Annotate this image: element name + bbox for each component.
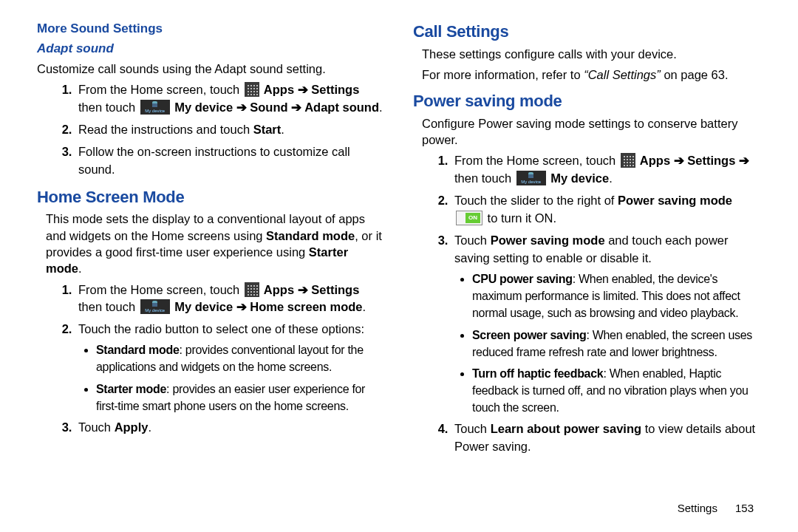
text: . — [148, 420, 151, 434]
text: on page 63. — [661, 68, 729, 81]
text: . — [78, 262, 82, 275]
text-bold: My device — [548, 171, 609, 185]
text: Touch — [78, 420, 115, 434]
text-bold: Standard mode — [266, 229, 355, 242]
hsm-step-2: Touch the radio button to select one of … — [75, 321, 385, 415]
right-column: Call Settings These settings configure c… — [413, 21, 761, 460]
text: Touch — [454, 422, 491, 435]
text: For more information, refer to — [422, 68, 584, 81]
text-bold: CPU power saving — [472, 273, 573, 285]
list-item: CPU power saving: When enabled, the devi… — [472, 270, 761, 322]
hsm-steps: From the Home screen, touch Apps ➔ Setti… — [37, 282, 385, 437]
footer-page: 153 — [735, 502, 754, 514]
ps-intro: Configure Power saving mode settings to … — [422, 115, 761, 149]
apps-icon — [245, 282, 259, 297]
ps-step-1: From the Home screen, touch Apps ➔ Setti… — [451, 152, 761, 188]
hsm-step-3: Touch Apply. — [75, 419, 385, 437]
text-bold: Power saving mode — [491, 233, 605, 247]
text: Touch — [454, 233, 491, 247]
text-bold: Screen power saving — [472, 329, 586, 341]
adapt-step-3: Follow the on-screen instructions to cus… — [75, 143, 385, 179]
ps-steps: From the Home screen, touch Apps ➔ Setti… — [413, 152, 761, 456]
ps-step-3: Touch Power saving mode and touch each p… — [451, 232, 761, 416]
text: From the Home screen, touch — [78, 83, 243, 96]
heading-call-settings: Call Settings — [413, 21, 761, 43]
list-item: Starter mode: provides an easier user ex… — [96, 381, 385, 415]
list-item: Turn off haptic feedback: When enabled, … — [472, 365, 761, 417]
text-italic: “Call Settings” — [584, 68, 661, 81]
text-bold: Apps ➔ Settings ➔ — [637, 154, 749, 167]
text-bold: Power saving mode — [618, 194, 732, 207]
hsm-step-1: From the Home screen, touch Apps ➔ Setti… — [75, 282, 385, 317]
text: From the Home screen, touch — [78, 283, 243, 296]
heading-power-saving: Power saving mode — [413, 90, 761, 112]
ps-step-4: Touch Learn about power saving to view d… — [451, 420, 761, 456]
heading-adapt-sound: Adapt sound — [37, 41, 385, 58]
mydevice-icon — [140, 299, 170, 314]
apps-icon — [245, 82, 259, 97]
ps-step-2: Touch the slider to the right of Power s… — [451, 192, 761, 228]
footer-section: Settings — [678, 502, 717, 514]
text-bold: Standard mode — [96, 344, 180, 356]
text-bold: Turn off haptic feedback — [472, 367, 603, 380]
text: Touch the radio button to select one of … — [78, 322, 364, 335]
text: . — [363, 300, 366, 313]
adapt-intro: Customize call sounds using the Adapt so… — [37, 61, 385, 77]
text: . — [281, 123, 284, 136]
heading-home-screen-mode: Home Screen Mode — [37, 186, 385, 208]
page-footer: Settings153 — [678, 501, 754, 516]
text: From the Home screen, touch — [454, 154, 619, 167]
list-item: Standard mode: provides conventional lay… — [96, 341, 385, 375]
text: then touch — [454, 171, 515, 185]
cs-p2: For more information, refer to “Call Set… — [422, 66, 761, 83]
text-bold: My device ➔ Home screen mode — [171, 300, 363, 313]
text: then touch — [78, 300, 139, 313]
hsm-intro: This mode sets the display to a conventi… — [46, 211, 385, 276]
adapt-step-2: Read the instructions and touch Start. — [75, 121, 385, 139]
text: . — [609, 171, 613, 185]
ps-bullets: CPU power saving: When enabled, the devi… — [454, 270, 761, 417]
text-bold: Starter mode — [96, 383, 166, 395]
left-column: More Sound Settings Adapt sound Customiz… — [37, 21, 385, 460]
text-bold: Apply — [115, 420, 149, 434]
text-bold: My device ➔ Sound ➔ Adapt sound — [171, 100, 379, 114]
mydevice-icon — [140, 100, 170, 115]
mydevice-icon — [516, 171, 546, 185]
adapt-step-1: From the Home screen, touch Apps ➔ Setti… — [75, 81, 385, 117]
text: Touch the slider to the right of — [454, 194, 618, 207]
text-bold: Learn about power saving — [491, 422, 641, 435]
text: to turn it ON. — [484, 211, 556, 225]
text-bold: Apps ➔ Settings — [261, 283, 359, 296]
on-toggle-icon — [456, 211, 482, 225]
cs-p1: These settings configure calls with your… — [422, 46, 761, 62]
list-item: Screen power saving: When enabled, the s… — [472, 327, 761, 361]
text: . — [379, 100, 383, 114]
adapt-steps: From the Home screen, touch Apps ➔ Setti… — [37, 81, 385, 179]
text: Read the instructions and touch — [78, 123, 253, 136]
apps-icon — [621, 153, 635, 168]
text-bold: Apps ➔ Settings — [261, 83, 359, 96]
hsm-bullets: Standard mode: provides conventional lay… — [78, 341, 385, 415]
heading-more-sound: More Sound Settings — [37, 21, 385, 38]
text: then touch — [78, 100, 139, 114]
text-bold: Start — [253, 123, 282, 136]
